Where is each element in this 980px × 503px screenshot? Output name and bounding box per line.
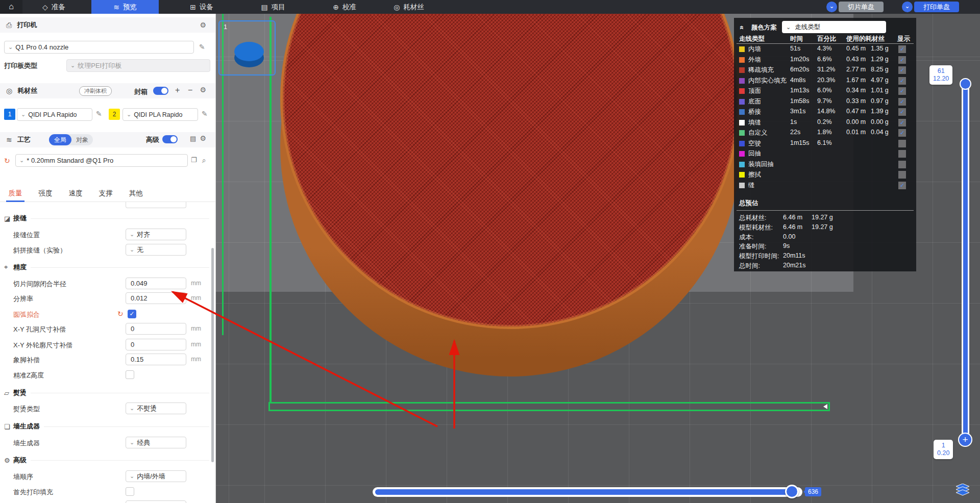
reset-preset-icon[interactable]: ↻ — [4, 157, 10, 165]
show-checkbox[interactable]: ✓ — [898, 182, 906, 189]
step-slider-track[interactable] — [373, 487, 802, 497]
show-checkbox[interactable]: ✓ — [898, 77, 906, 85]
layer-slider-track[interactable] — [962, 79, 969, 446]
slice-dropdown-icon[interactable]: ⌄ — [826, 2, 837, 12]
filament-1-select[interactable]: ⌄ QIDI PLA Rapido — [17, 108, 92, 121]
print-plate-button[interactable]: ⌄ 打印单盘 — [902, 2, 959, 12]
advanced-mode-toggle[interactable] — [162, 135, 178, 143]
show-checkbox[interactable] — [898, 171, 906, 179]
chevron-down-icon: ⌄ — [21, 111, 26, 118]
show-checkbox[interactable] — [898, 161, 906, 168]
precise-z-checkbox[interactable] — [126, 370, 134, 379]
show-checkbox[interactable] — [898, 140, 906, 147]
slice-plate-button[interactable]: ⌄ 切片单盘 — [826, 2, 884, 12]
filament-1-edit-icon[interactable]: ✎ — [96, 110, 102, 118]
chevron-down-icon: ⌄ — [19, 157, 24, 164]
panel-scrollbar[interactable] — [211, 248, 214, 462]
layer-slider-handle[interactable] — [960, 78, 971, 90]
scope-global[interactable]: 全局 — [49, 134, 71, 145]
tab-prepare[interactable]: ◇准备 — [30, 0, 78, 14]
device-icon: ⊞ — [190, 3, 196, 11]
filament-slot-1-badge[interactable]: 1 — [4, 109, 15, 120]
wall-generator-select[interactable]: ⌄经典 — [126, 437, 186, 448]
color-swatch — [739, 57, 745, 63]
scope-object[interactable]: 对象 — [71, 136, 93, 144]
view-mode-select[interactable]: ⌄ 走线类型 — [782, 21, 886, 33]
arc-fitting-checkbox[interactable]: ✓ — [128, 310, 136, 318]
show-checkbox[interactable]: ✓ — [898, 66, 906, 74]
process-settings-gear-icon[interactable]: ⚙ — [200, 134, 206, 142]
xy-contour-input[interactable]: 0 — [126, 339, 186, 350]
seal-box-toggle[interactable] — [153, 87, 168, 95]
calibration-icon: ⊕ — [333, 3, 339, 11]
gap-closing-input[interactable]: 0.049 — [126, 278, 186, 289]
plate-type-select[interactable]: ⌄ 纹理PEI打印板 — [66, 59, 210, 72]
show-checkbox[interactable]: ✓ — [898, 56, 906, 64]
legend-column-headers: 走线类型 时间 百分比 使用的耗材丝 显示 — [734, 35, 916, 43]
process-preset-select[interactable]: ⌄ * 0.20mm Standard @Q1 Pro — [15, 154, 188, 167]
wall-order-select[interactable]: ⌄内墙/外墙 — [126, 470, 186, 482]
printer-edit-icon[interactable]: ✎ — [199, 43, 205, 51]
reset-arc-fitting-icon[interactable]: ↻ — [117, 310, 124, 318]
home-button[interactable]: ⌂ — [0, 0, 22, 14]
wall-order-label: 墙顺序 — [13, 472, 33, 482]
show-checkbox[interactable]: ✓ — [898, 129, 906, 137]
layers-view-icon[interactable] — [955, 484, 970, 496]
legend-row-bridge: 桥接3m1s14.8%0.47 m1.39 g✓ — [734, 107, 916, 118]
ironing-type-select[interactable]: ⌄不熨烫 — [126, 403, 186, 414]
layer-slider-plus-button[interactable]: + — [958, 433, 972, 447]
tab-calibration[interactable]: ⊕校准 — [319, 0, 370, 14]
show-checkbox[interactable]: ✓ — [898, 119, 906, 127]
purge-line-rectangle — [268, 402, 830, 411]
tab-speed[interactable]: 速度 — [66, 187, 85, 200]
tab-device[interactable]: ⊞设备 — [176, 0, 227, 14]
tab-strength[interactable]: 强度 — [36, 187, 55, 200]
elephant-foot-input[interactable]: 0.15 — [126, 354, 186, 365]
show-checkbox[interactable]: ✓ — [898, 108, 906, 116]
filament-2-edit-icon[interactable]: ✎ — [202, 110, 208, 118]
bridge-flow-input[interactable]: 1 — [126, 500, 186, 503]
xy-hole-input[interactable]: 0 — [126, 323, 186, 335]
legend-row-wipe: 擦拭 — [734, 170, 916, 181]
show-checkbox[interactable]: ✓ — [898, 98, 906, 106]
tab-preview[interactable]: ≋预览 — [91, 0, 159, 14]
scope-switch[interactable]: 全局 对象 — [49, 134, 93, 145]
ironing-type-label: 熨烫类型 — [13, 405, 40, 414]
step-slider-handle[interactable] — [785, 485, 799, 498]
tab-project[interactable]: ▤项目 — [248, 0, 299, 14]
remove-filament-icon[interactable]: − — [188, 86, 192, 95]
elephant-foot-label: 象脚补偿 — [13, 356, 40, 365]
tab-support[interactable]: 支撑 — [96, 187, 115, 200]
printer-select[interactable]: ⌄ Q1 Pro 0.4 nozzle — [4, 41, 194, 54]
flush-volumes-button[interactable]: 冲刷体积 — [79, 86, 112, 96]
collapse-panel-icon[interactable]: « — [738, 26, 746, 30]
color-swatch — [739, 141, 745, 146]
xy-contour-label: X-Y 外轮廓尺寸补偿 — [13, 341, 72, 350]
print-dropdown-icon[interactable]: ⌄ — [902, 2, 913, 12]
printer-settings-gear-icon[interactable]: ⚙ — [200, 21, 206, 29]
infill-first-label: 首先打印填充 — [13, 488, 53, 497]
save-preset-icon[interactable]: ❐ — [191, 156, 197, 164]
seam-position-select[interactable]: ⌄对齐 — [126, 229, 186, 240]
search-settings-icon[interactable]: ⌕ — [202, 156, 206, 165]
legend-row-seam: 缝✓ — [734, 181, 916, 191]
color-swatch — [739, 46, 745, 52]
show-checkbox[interactable] — [898, 150, 906, 158]
show-checkbox[interactable]: ✓ — [898, 45, 906, 53]
resolution-input[interactable]: 0.012 — [126, 292, 186, 304]
partial-scrolled-input[interactable] — [126, 202, 186, 208]
filament-settings-gear-icon[interactable]: ⚙ — [200, 86, 206, 94]
tab-filament[interactable]: ◎耗材丝 — [379, 0, 439, 14]
preview-icon: ≋ — [113, 3, 119, 11]
scarf-seam-select[interactable]: ⌄无 — [126, 244, 186, 256]
top-navigation-bar: ⌂ ◇准备 ≋预览 ⊞设备 ▤项目 ⊕校准 ◎耗材丝 ⌄ 切片单盘 ⌄ 打印单盘 — [0, 0, 980, 14]
plate-thumbnail[interactable]: 1 — [218, 20, 276, 76]
filament-2-select[interactable]: ⌄ QIDI PLA Rapido — [122, 108, 198, 121]
infill-first-checkbox[interactable] — [126, 487, 134, 496]
tab-quality[interactable]: 质量 — [6, 187, 24, 202]
preset-list-icon[interactable]: ▤ — [190, 135, 196, 142]
tab-others[interactable]: 其他 — [127, 187, 145, 200]
add-filament-icon[interactable]: + — [175, 86, 180, 95]
filament-slot-2-badge[interactable]: 2 — [109, 109, 120, 120]
show-checkbox[interactable]: ✓ — [898, 87, 906, 95]
